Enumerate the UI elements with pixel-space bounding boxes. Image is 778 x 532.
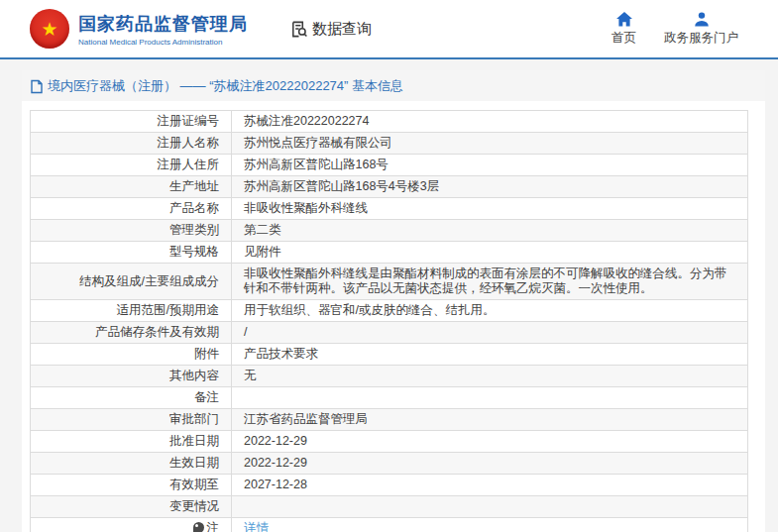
field-label-text: 变更情况 xyxy=(169,499,219,513)
field-value: 2022-12-29 xyxy=(232,453,748,475)
registration-info-table: 注册证编号苏械注准20222022274注册人名称苏州悦点医疗器械有限公司注册人… xyxy=(30,110,748,532)
table-row: 变更情况 xyxy=(31,496,748,518)
document-search-icon xyxy=(289,20,308,39)
info-table-body: 注册证编号苏械注准20222022274注册人名称苏州悦点医疗器械有限公司注册人… xyxy=(31,111,748,532)
table-row: 审批部门江苏省药品监督管理局 xyxy=(31,409,748,431)
table-row: 产品名称非吸收性聚酯外科缝线 xyxy=(31,198,748,220)
table-row: 注册人住所苏州高新区普陀山路168号 xyxy=(31,155,748,176)
field-value: 苏械注准20222022274 xyxy=(232,111,748,133)
table-row: 有效期至2027-12-28 xyxy=(31,475,748,496)
header-nav: 首页 政务服务门户 xyxy=(611,12,738,47)
site-header: ★ 国家药品监督管理局 National Medical Products Ad… xyxy=(0,0,778,59)
table-row: 附件产品技术要求 xyxy=(31,344,748,366)
field-label: 型号规格 xyxy=(31,242,232,264)
nav-gov-portal-label: 政务服务门户 xyxy=(664,30,738,47)
field-label-text: 结构及组成/主要组成成分 xyxy=(79,274,219,288)
field-label: 注 xyxy=(31,518,232,532)
field-label-text: 审批部门 xyxy=(169,412,219,426)
table-row: 备注 xyxy=(31,387,748,409)
field-label: 产品名称 xyxy=(31,198,232,220)
table-row: 批准日期2022-12-29 xyxy=(31,431,748,453)
field-value xyxy=(232,496,748,518)
field-label-text: 备注 xyxy=(194,390,219,404)
field-value: 苏州悦点医疗器械有限公司 xyxy=(232,133,748,155)
field-label-text: 生效日期 xyxy=(169,456,219,470)
field-label: 附件 xyxy=(31,344,232,366)
field-label: 批准日期 xyxy=(31,431,232,453)
field-value: 用于软组织、器官和/或皮肤的缝合、结扎用。 xyxy=(232,300,748,322)
nav-data-query[interactable]: 数据查询 xyxy=(289,20,372,39)
document-icon xyxy=(30,79,44,94)
person-icon xyxy=(694,12,710,27)
field-label: 审批部门 xyxy=(31,409,232,431)
field-value: 非吸收性聚酯外科缝线 xyxy=(232,198,748,220)
field-label-text: 生产地址 xyxy=(169,179,219,193)
field-label-text: 其他内容 xyxy=(169,369,219,382)
nav-gov-portal[interactable]: 政务服务门户 xyxy=(664,12,738,47)
field-label: 其他内容 xyxy=(31,366,232,387)
field-label-text: 附件 xyxy=(194,347,219,361)
field-value: / xyxy=(232,322,748,344)
field-label: 注册人名称 xyxy=(31,133,232,155)
table-row: 注册人名称苏州悦点医疗器械有限公司 xyxy=(31,133,748,155)
table-row: 其他内容无 xyxy=(31,366,748,387)
field-value: 2027-12-28 xyxy=(232,475,748,496)
org-name-zh: 国家药品监督管理局 xyxy=(78,12,248,36)
field-label-text: 型号规格 xyxy=(169,245,219,259)
table-row: 结构及组成/主要组成成分非吸收性聚酯外科缝线是由聚酯材料制成的表面有涂层的不可降… xyxy=(31,264,748,300)
field-value: 第二类 xyxy=(232,220,748,242)
field-label-text: 注 xyxy=(207,521,220,532)
site-logo[interactable]: ★ 国家药品监督管理局 National Medical Products Ad… xyxy=(30,9,248,49)
table-row: 型号规格见附件 xyxy=(31,242,748,264)
table-row: 注册证编号苏械注准20222022274 xyxy=(31,111,748,133)
field-value xyxy=(232,387,748,409)
national-emblem-icon: ★ xyxy=(30,9,69,49)
field-label: 备注 xyxy=(31,387,232,409)
content-panel: 境内医疗器械（注册） —— “苏械注准20222022274” 基本信息 注册证… xyxy=(22,70,765,532)
field-label-text: 有效期至 xyxy=(169,478,219,491)
comment-icon xyxy=(193,522,204,532)
field-value: 苏州高新区普陀山路168号4号楼3层 xyxy=(232,176,748,198)
field-label-text: 管理类别 xyxy=(169,223,219,237)
field-value: 见附件 xyxy=(232,242,748,264)
field-label: 注册人住所 xyxy=(31,155,232,176)
table-row: 生产地址苏州高新区普陀山路168号4号楼3层 xyxy=(31,176,748,198)
org-titles: 国家药品监督管理局 National Medical Products Admi… xyxy=(78,12,248,47)
field-label-text: 批准日期 xyxy=(169,434,219,448)
field-value: 江苏省药品监督管理局 xyxy=(232,409,748,431)
field-label: 产品储存条件及有效期 xyxy=(31,322,232,344)
detail-link[interactable]: 详情 xyxy=(244,521,269,532)
field-label-text: 产品储存条件及有效期 xyxy=(95,325,219,339)
table-row: 生效日期2022-12-29 xyxy=(31,453,748,475)
field-label-text: 产品名称 xyxy=(169,201,219,215)
field-label: 生效日期 xyxy=(31,453,232,475)
field-label: 结构及组成/主要组成成分 xyxy=(31,264,232,300)
nav-home[interactable]: 首页 xyxy=(611,12,636,47)
field-label: 管理类别 xyxy=(31,220,232,242)
field-label: 生产地址 xyxy=(31,176,232,198)
breadcrumb: 境内医疗器械（注册） —— “苏械注准20222022274” 基本信息 xyxy=(22,70,765,101)
field-label: 变更情况 xyxy=(31,496,232,518)
nav-home-label: 首页 xyxy=(611,30,636,47)
nav-data-query-label: 数据查询 xyxy=(312,20,372,39)
field-value: 非吸收性聚酯外科缝线是由聚酯材料制成的表面有涂层的不可降解吸收的缝合线。分为带针… xyxy=(232,264,748,300)
field-value: 苏州高新区普陀山路168号 xyxy=(232,155,748,176)
org-name-en: National Medical Products Administration xyxy=(78,38,248,47)
field-label: 有效期至 xyxy=(31,475,232,496)
field-label: 注册证编号 xyxy=(31,111,232,133)
field-label-text: 注册人住所 xyxy=(158,158,220,171)
field-value: 无 xyxy=(232,366,748,387)
field-label-text: 注册证编号 xyxy=(158,114,220,128)
table-row: 产品储存条件及有效期/ xyxy=(31,322,748,344)
table-row: 注详情 xyxy=(31,518,748,532)
field-value: 2022-12-29 xyxy=(232,431,748,453)
table-row: 适用范围/预期用途用于软组织、器官和/或皮肤的缝合、结扎用。 xyxy=(31,300,748,322)
field-value: 详情 xyxy=(232,518,748,532)
page-title: 境内医疗器械（注册） —— “苏械注准20222022274” 基本信息 xyxy=(48,77,403,95)
table-row: 管理类别第二类 xyxy=(31,220,748,242)
home-icon xyxy=(616,12,632,27)
field-value: 产品技术要求 xyxy=(232,344,748,366)
field-label-text: 适用范围/预期用途 xyxy=(117,303,219,317)
field-label-text: 注册人名称 xyxy=(158,136,220,150)
field-label: 适用范围/预期用途 xyxy=(31,300,232,322)
